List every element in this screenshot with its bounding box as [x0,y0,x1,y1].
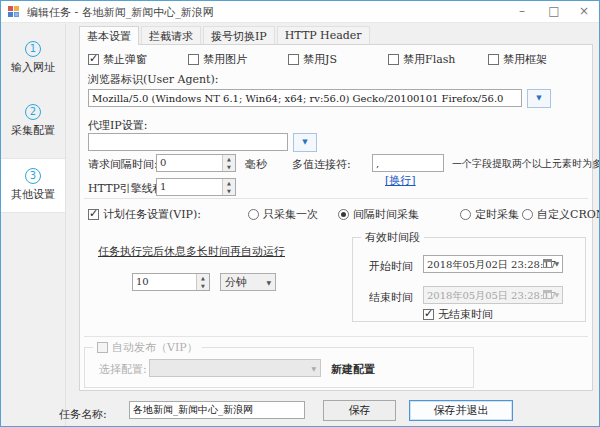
checkbox-icon [488,54,499,65]
settings-tabs: 基本设置 拦截请求 拨号切换IP HTTP Header [79,26,372,45]
chevron-down-icon: ▼ [266,279,271,286]
checkbox-disable-flash[interactable]: 禁用Flash [388,52,488,67]
sidebar-item-collect-config[interactable]: 2 采集配置 [1,95,65,150]
step-2-label: 采集配置 [1,123,65,138]
checkbox-schedule-vip[interactable]: 计划任务设置(VIP): [88,207,201,222]
checkbox-icon [188,54,199,65]
stepper-arrows-icon[interactable]: ▲▼ [222,179,235,195]
auto-publish-group: 自动发布（VIP） 选择配置: ▼ 新建配置 [84,347,474,388]
start-time-label: 开始时间 [369,259,413,274]
http-threads-stepper[interactable]: 1 ▲▼ [156,178,236,196]
checkbox-icon [88,54,99,65]
newline-link[interactable]: [换行] [385,173,416,188]
chevron-down-icon: ▼ [311,365,316,372]
request-interval-label: 请求间隔时间: [88,157,158,172]
request-interval-stepper[interactable]: 0 ▲▼ [156,154,236,172]
browser-option-checkboxes: 禁止弹窗 禁用图片 禁用JS 禁用Flash 禁用框架 [88,52,588,67]
steps-sidebar: 1 输入网址 2 采集配置 3 其他设置 [1,24,66,426]
checkbox-disable-images[interactable]: 禁用图片 [188,52,288,67]
user-agent-input[interactable] [88,89,522,107]
step-3-label: 其他设置 [1,187,65,202]
valid-period-title: 有效时间段 [361,230,424,245]
checkbox-icon [388,54,399,65]
maximize-button[interactable]: □ [541,3,567,21]
radio-custom-cron[interactable]: 自定义CRON [522,207,600,222]
radio-icon [248,209,259,220]
end-time-picker: 2018年05月05日 23:28:17 ▼ [423,286,563,304]
radio-timed-collect[interactable]: 定时采集 [460,207,519,222]
rest-duration-stepper[interactable]: 10 ▲▼ [132,273,210,291]
radio-icon [460,209,471,220]
edit-task-window: 编辑任务 - 各地新闻_新闻中心_新浪网 – □ × 1 输入网址 2 采集配置… [0,0,600,427]
tab-dial-switch-ip[interactable]: 拨号切换IP [203,26,275,44]
checkbox-no-end-time[interactable]: 无结束时间 [423,307,493,322]
user-agent-dropdown-button[interactable]: ▼ [527,89,551,108]
end-time-label: 结束时间 [369,290,413,305]
rest-unit-select[interactable]: 分钟 ▼ [220,273,276,291]
step-3-circle-icon: 3 [25,168,41,184]
start-time-picker[interactable]: 2018年05月02日 23:28:17 ▼ [423,255,563,273]
checkbox-auto-publish-vip[interactable]: 自动发布（VIP） [93,340,202,355]
stepper-arrows-icon[interactable]: ▲▼ [222,155,235,171]
minimize-button[interactable]: – [509,3,535,21]
divider [84,336,588,337]
sidebar-item-enter-url[interactable]: 1 输入网址 [1,32,65,87]
multi-value-separator-input[interactable] [372,154,444,172]
proxy-ip-dropdown-button[interactable]: ▼ [293,133,317,152]
calendar-icon: ▼ [539,290,559,300]
tab-http-header[interactable]: HTTP Header [277,26,370,44]
radio-icon [338,209,349,220]
publish-config-select: ▼ [149,359,321,377]
basic-settings-panel: 禁止弹窗 禁用图片 禁用JS 禁用Flash 禁用框架 浏览器标识(User A… [79,44,593,391]
separator-hint: 一个字段提取两个以上元素时为多值 [452,157,600,171]
sidebar-item-other-settings[interactable]: 3 其他设置 [1,158,65,213]
checkbox-icon [288,54,299,65]
save-and-exit-button[interactable]: 保存并退出 [409,400,513,421]
step-2-circle-icon: 2 [25,104,41,120]
step-1-label: 输入网址 [1,60,65,75]
close-icon[interactable]: × [571,3,597,21]
checkbox-block-popups[interactable]: 禁止弹窗 [88,52,188,67]
window-title: 编辑任务 - 各地新闻_新闻中心_新浪网 [27,5,214,20]
proxy-ip-label: 代理IP设置: [88,118,147,133]
radio-collect-once[interactable]: 只采集一次 [248,207,318,222]
save-button[interactable]: 保存 [323,400,396,421]
new-config-link[interactable]: 新建配置 [331,362,375,377]
checkbox-disable-js[interactable]: 禁用JS [288,52,388,67]
task-name-input[interactable] [129,401,305,419]
radio-interval-collect[interactable]: 间隔时间采集 [338,207,419,222]
step-1-circle-icon: 1 [25,41,41,57]
task-name-label: 任务名称: [59,407,107,422]
stepper-arrows-icon[interactable]: ▲▼ [196,274,209,290]
tab-block-requests[interactable]: 拦截请求 [141,26,201,44]
radio-icon [522,209,533,220]
checkbox-icon [423,309,434,320]
calendar-icon[interactable]: ▼ [539,259,559,269]
tab-basic-settings[interactable]: 基本设置 [79,26,139,45]
divider [84,198,588,199]
checkbox-icon [88,209,99,220]
checkbox-disable-frames[interactable]: 禁用框架 [488,52,588,67]
title-bar: 编辑任务 - 各地新闻_新闻中心_新浪网 – □ × [1,1,599,23]
valid-period-group: 有效时间段 开始时间 2018年05月02日 23:28:17 ▼ 结束时间 2… [352,237,586,322]
user-agent-label: 浏览器标识(User Agent): [88,72,218,87]
interval-unit-label: 毫秒 [245,157,267,172]
proxy-ip-input[interactable] [88,133,288,151]
multi-value-separator-label: 多值连接符: [292,157,351,172]
rest-duration-label: 任务执行完后休息多长时间再自动运行 [98,244,285,259]
app-icon [8,6,20,18]
checkbox-icon [97,342,108,353]
select-config-label: 选择配置: [99,362,147,377]
